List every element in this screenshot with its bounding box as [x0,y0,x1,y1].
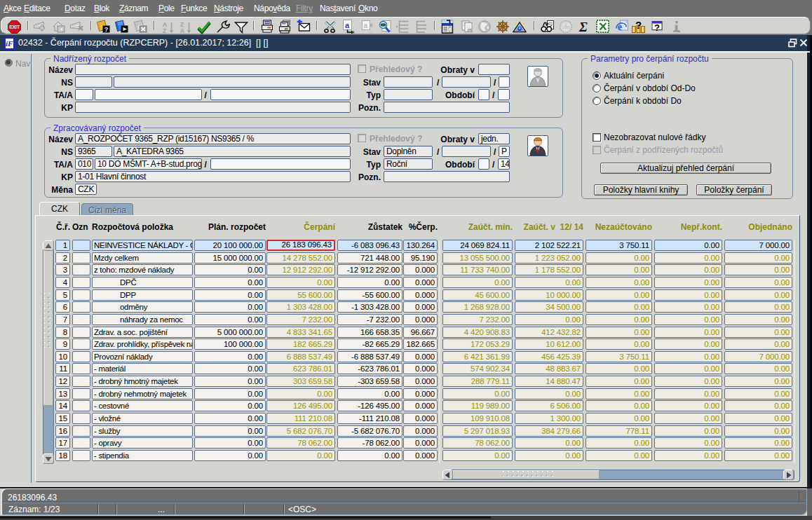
svg-text:a: a [352,29,356,34]
svg-text:?: ? [635,20,642,31]
svg-text:A: A [180,27,184,34]
svg-text:a: a [370,28,373,34]
svg-text:?: ? [654,22,660,33]
svg-text:a: a [364,22,368,29]
svg-text:?: ? [104,26,109,33]
svg-text:a: a [345,21,350,29]
svg-text:Σ: Σ [578,20,588,34]
svg-text:Z: Z [163,27,166,34]
svg-text:EXIT: EXIT [9,25,20,29]
